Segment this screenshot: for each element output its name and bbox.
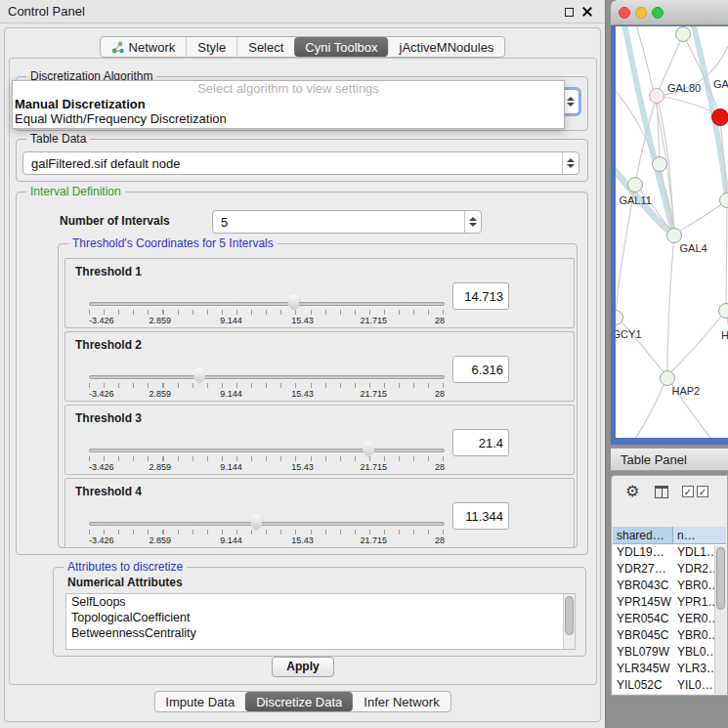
dropdown-prompt[interactable]: Select algorithm to view settings: [13, 81, 564, 97]
threshold-value-input[interactable]: [452, 502, 509, 530]
table-cell[interactable]: YBL079W: [613, 644, 673, 661]
table-row[interactable]: YPR145W YPR1…: [613, 594, 726, 611]
table-row[interactable]: YDR27… YDR2…: [613, 561, 726, 578]
table-row[interactable]: YER054C YER0…: [613, 611, 726, 627]
table-row[interactable]: YIL052C YIL0…: [613, 677, 726, 694]
columns-icon[interactable]: [655, 486, 668, 498]
table-cell[interactable]: YDR27…: [613, 561, 673, 578]
table-cell[interactable]: YIL052C: [613, 677, 673, 694]
threshold-value-input[interactable]: [452, 429, 509, 456]
checkbox-icon[interactable]: ✓: [682, 486, 694, 497]
bottom-tab-bar: Impute Data Discretize Data Infer Networ…: [153, 691, 450, 712]
close-icon[interactable]: [581, 6, 593, 18]
list-item[interactable]: BetweennessCentrality: [66, 625, 575, 641]
slider-track[interactable]: [89, 449, 445, 452]
scale-label: 9.144: [220, 316, 242, 325]
table-row[interactable]: YLR345W YLR3…: [613, 661, 726, 677]
threshold-value-input[interactable]: [452, 356, 509, 383]
main-tab-bar: Network Style: [100, 36, 506, 58]
slider-thumb[interactable]: [362, 441, 374, 457]
number-of-intervals-label: Number of Intervals: [60, 214, 170, 228]
scrollbar-thumb[interactable]: [716, 547, 725, 610]
threshold-slider[interactable]: -3.426 2.859 9.144 15.43 21.: [89, 406, 445, 474]
column-header[interactable]: shared…: [613, 527, 673, 543]
scale-label: 2.859: [150, 316, 172, 325]
table-toolbar: ⚙ ✓ ✓: [612, 476, 727, 511]
close-traffic-light-icon[interactable]: [619, 7, 630, 19]
tab[interactable]: Impute Data: [154, 692, 245, 711]
list-item[interactable]: SelfLoops: [66, 594, 575, 610]
network-node[interactable]: [719, 193, 728, 208]
table-cell[interactable]: YPR145W: [613, 594, 673, 611]
threshold-value-input[interactable]: [452, 282, 509, 310]
table-row[interactable]: YBR043C YBR0…: [613, 578, 726, 594]
network-node[interactable]: [718, 303, 728, 319]
network-node[interactable]: [711, 108, 728, 126]
tab-label: Select: [248, 40, 283, 55]
list-scrollbar[interactable]: [563, 594, 575, 649]
tab[interactable]: Infer Network: [353, 692, 450, 711]
network-node[interactable]: [652, 156, 667, 172]
table-row[interactable]: YBR045C YBR0…: [613, 627, 726, 644]
scale-label: 9.144: [220, 535, 242, 545]
scale-label: 15.43: [291, 535, 314, 545]
attributes-to-discretize-group: Attributes to discretize Numerical Attri…: [53, 567, 586, 657]
table-panel-header[interactable]: Table Panel: [611, 448, 728, 471]
dropdown-option[interactable]: Manual Discretization: [13, 97, 564, 111]
table-data-combobox[interactable]: galFiltered.sif default node: [22, 151, 579, 175]
apply-button[interactable]: Apply: [272, 657, 334, 677]
float-window-icon[interactable]: [565, 8, 574, 17]
tab[interactable]: Discretize Data: [245, 692, 353, 711]
threshold-slider[interactable]: -3.426 2.859 9.144 15.43 21.: [89, 259, 445, 327]
tab[interactable]: Cyni Toolbox: [294, 37, 388, 57]
dropdown-option[interactable]: Equal Width/Frequency Discretization: [13, 111, 564, 126]
threshold-slider[interactable]: -3.426 2.859 9.144 15.43 21.: [89, 332, 445, 401]
network-node[interactable]: [649, 88, 664, 104]
combobox-value: galFiltered.sif default node: [23, 156, 562, 171]
window-title: Control Panel: [8, 4, 85, 19]
scale-label: 2.859: [150, 389, 172, 399]
checkbox-icon[interactable]: ✓: [697, 486, 708, 497]
threshold-coordinates-group: Threshold's Coordinates for 5 Intervals …: [58, 243, 578, 548]
table-scrollbar[interactable]: [714, 545, 726, 694]
tab[interactable]: Network: [101, 37, 187, 57]
network-node[interactable]: [660, 370, 675, 386]
list-item[interactable]: TopologicalCoefficient: [66, 610, 575, 625]
gear-icon[interactable]: ⚙: [625, 482, 639, 501]
network-node[interactable]: [675, 26, 691, 42]
table-cell[interactable]: YDL19…: [613, 544, 673, 561]
scale-label: 15.43: [291, 462, 314, 472]
table-cell[interactable]: YBR043C: [613, 578, 673, 594]
slider-track[interactable]: [89, 302, 445, 306]
tab[interactable]: Select: [236, 37, 294, 57]
scale-label: 9.144: [220, 462, 242, 472]
scale-label: 2.859: [150, 535, 172, 545]
tab[interactable]: jActiveMNodules: [389, 37, 505, 57]
stepper-arrows-icon[interactable]: [464, 211, 481, 233]
table-row[interactable]: YBL079W YBL0…: [613, 644, 726, 661]
slider-thumb[interactable]: [287, 294, 300, 311]
threshold-slider[interactable]: -3.426 2.859 9.144 15.43 21.: [89, 479, 445, 547]
table-row[interactable]: YDL19… YDL1…: [613, 544, 726, 561]
number-of-intervals-combobox[interactable]: 5: [212, 210, 482, 234]
numerical-attributes-heading: Numerical Attributes: [67, 576, 183, 589]
minimize-traffic-light-icon[interactable]: [635, 7, 647, 19]
slider-track[interactable]: [89, 522, 445, 526]
slider-track[interactable]: [89, 375, 445, 379]
column-header[interactable]: n…: [673, 527, 726, 543]
table-cell[interactable]: YLR345W: [613, 661, 673, 677]
stepper-arrows-icon[interactable]: [562, 152, 578, 174]
tab[interactable]: Style: [186, 37, 236, 57]
network-node[interactable]: [666, 228, 682, 243]
table-cell[interactable]: YBR045C: [613, 627, 673, 644]
network-canvas[interactable]: GAL80 GA GAL11 GAL4 GCY1 H HAP2: [616, 26, 728, 438]
network-node[interactable]: [627, 177, 643, 193]
tab-label: Infer Network: [364, 695, 439, 709]
numerical-attributes-list[interactable]: SelfLoops TopologicalCoefficient Between…: [65, 593, 576, 650]
table-cell[interactable]: YER054C: [613, 611, 673, 627]
zoom-traffic-light-icon[interactable]: [652, 7, 664, 19]
scale-label: 21.715: [360, 316, 387, 325]
slider-thumb[interactable]: [193, 367, 205, 384]
slider-thumb[interactable]: [250, 514, 263, 531]
scrollbar-thumb[interactable]: [565, 596, 574, 635]
